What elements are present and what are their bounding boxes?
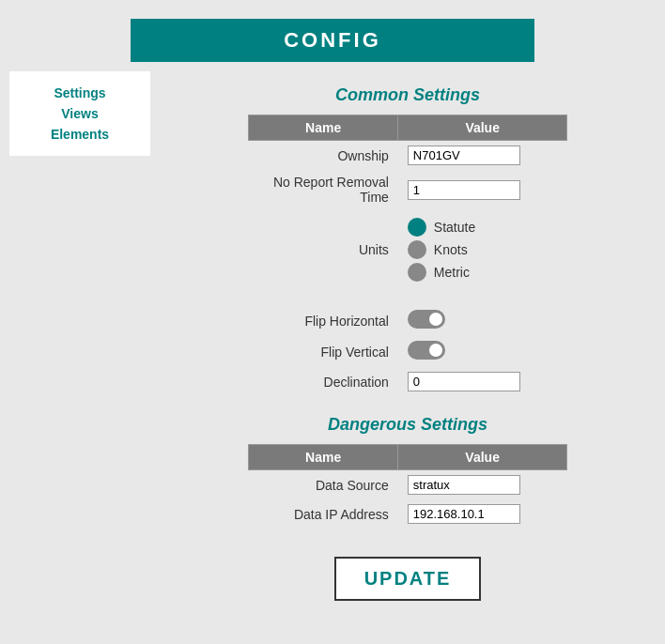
common-col-name: Name xyxy=(249,115,398,141)
knots-label: Knots xyxy=(434,242,468,257)
ownship-label: Ownship xyxy=(249,141,398,171)
metric-label: Metric xyxy=(434,265,470,280)
units-knots[interactable]: Knots xyxy=(408,240,558,259)
dangerous-settings-table: Name Value Data Source Data IP Address xyxy=(248,444,567,529)
data-ip-input[interactable] xyxy=(408,504,520,524)
flip-horizontal-label: Flip Horizontal xyxy=(249,305,398,336)
flip-vertical-toggle[interactable] xyxy=(408,341,445,360)
ownship-input[interactable] xyxy=(408,146,520,165)
dangerous-settings-section: Dangerous Settings Name Value Data Sourc… xyxy=(169,415,646,529)
units-radio-group: Statute Knots Metric xyxy=(408,214,558,285)
common-col-value: Value xyxy=(398,115,567,141)
main-content: Common Settings Name Value Ownship xyxy=(150,71,665,620)
flip-horizontal-toggle[interactable] xyxy=(408,310,445,329)
page-title: CONFIG xyxy=(168,28,497,53)
statute-label: Statute xyxy=(434,220,475,235)
knots-radio-icon xyxy=(408,240,426,259)
no-report-input[interactable] xyxy=(408,180,520,200)
table-row: Flip Vertical xyxy=(249,336,567,367)
declination-input[interactable] xyxy=(408,372,520,391)
units-statute[interactable]: Statute xyxy=(408,218,558,237)
table-row: Data IP Address xyxy=(249,499,567,529)
table-row: Units Statute Knots xyxy=(249,209,567,290)
dangerous-settings-title: Dangerous Settings xyxy=(169,415,646,435)
dangerous-col-value: Value xyxy=(398,445,567,470)
common-settings-title: Common Settings xyxy=(169,85,646,105)
table-row: Flip Horizontal xyxy=(249,305,567,336)
sidebar: Settings Views Elements xyxy=(9,71,150,156)
units-label: Units xyxy=(249,209,398,290)
data-source-input[interactable] xyxy=(408,475,520,495)
table-row: Declination xyxy=(249,367,567,396)
table-row: Ownship xyxy=(249,141,567,171)
statute-radio-icon xyxy=(408,218,426,237)
common-settings-table: Name Value Ownship No Report Removal Ti xyxy=(248,115,567,396)
flip-vertical-label: Flip Vertical xyxy=(249,336,398,367)
no-report-label: No Report Removal Time xyxy=(249,170,398,209)
units-metric[interactable]: Metric xyxy=(408,263,558,282)
update-button[interactable]: UPDATE xyxy=(334,557,482,601)
sidebar-item-elements[interactable]: Elements xyxy=(9,124,150,145)
metric-radio-icon xyxy=(408,263,426,282)
sidebar-item-settings[interactable]: Settings xyxy=(9,83,150,103)
spacer-row xyxy=(249,290,567,305)
common-settings-section: Common Settings Name Value Ownship xyxy=(169,85,646,396)
declination-label: Declination xyxy=(249,367,398,396)
data-ip-label: Data IP Address xyxy=(249,499,398,529)
update-section: UPDATE xyxy=(169,557,646,601)
sidebar-item-views[interactable]: Views xyxy=(9,103,150,124)
config-header-bar: CONFIG xyxy=(131,19,534,62)
data-source-label: Data Source xyxy=(249,470,398,500)
table-row: Data Source xyxy=(249,470,567,500)
dangerous-col-name: Name xyxy=(249,445,398,470)
table-row: No Report Removal Time xyxy=(249,170,567,209)
